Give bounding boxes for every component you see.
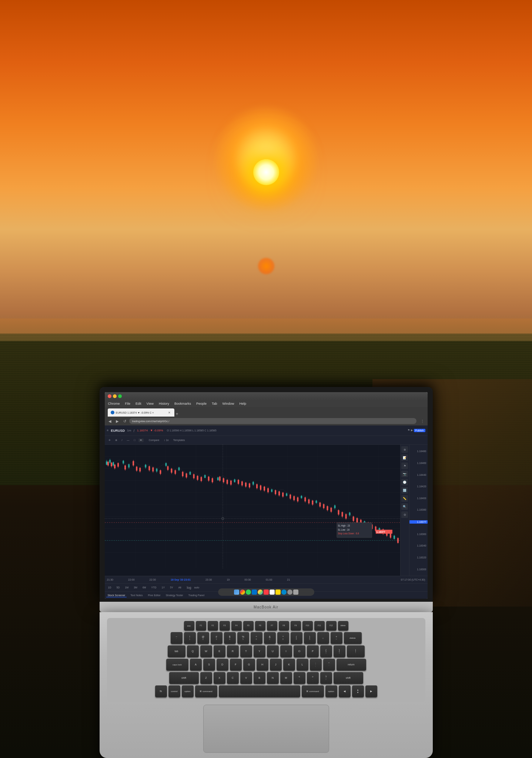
trackpad[interactable] <box>203 705 329 753</box>
tv-alert-icon[interactable]: ⚑ <box>408 429 410 432</box>
key-e[interactable]: E <box>214 645 225 657</box>
menu-item-file[interactable]: File <box>124 401 132 406</box>
key-comma[interactable]: <, <box>294 672 305 684</box>
key-9[interactable]: (9 <box>291 632 302 644</box>
dock-icon-messages[interactable] <box>246 590 251 595</box>
key-period[interactable]: >. <box>307 672 319 684</box>
dock-icon-telegram[interactable] <box>281 590 287 595</box>
key-lbracket[interactable]: {[ <box>320 645 332 657</box>
key-y[interactable]: Y <box>254 645 265 657</box>
key-o[interactable]: O <box>294 645 305 657</box>
tab-close-button[interactable]: ✕ <box>168 411 171 414</box>
key-arrow-up[interactable]: ▲▼ <box>352 685 364 697</box>
key-w[interactable]: W <box>200 645 212 657</box>
key-s[interactable]: S <box>203 659 215 671</box>
menu-item-history[interactable]: History <box>158 401 170 406</box>
key-x[interactable]: X <box>214 672 225 684</box>
tv-alert-side-icon[interactable]: ⚑ <box>401 463 408 469</box>
period-1m[interactable]: 1M <box>124 586 130 589</box>
key-capslock[interactable]: caps lock <box>166 659 188 671</box>
key-f12[interactable]: F12 <box>326 621 337 631</box>
key-f1[interactable]: F1 <box>196 621 206 631</box>
traffic-light-maximize[interactable] <box>118 394 122 398</box>
key-4[interactable]: $4 <box>224 632 236 644</box>
key-l[interactable]: L <box>297 659 308 671</box>
key-tab[interactable]: tab <box>168 645 185 657</box>
tv-settings-icon[interactable]: ⚙ <box>401 511 408 518</box>
period-all[interactable]: All <box>177 586 183 589</box>
tv-ruler-icon[interactable]: 📏 <box>401 495 408 502</box>
key-esc[interactable]: esc <box>184 621 194 631</box>
key-7[interactable]: &7 <box>264 632 276 644</box>
tv-crosshair-icon[interactable]: ⊕ <box>401 446 408 453</box>
period-3m[interactable]: 3M <box>133 586 138 589</box>
key-backspace[interactable]: delete <box>344 632 362 644</box>
footer-tab-notes[interactable]: Text Notes <box>129 594 144 597</box>
log-toggle[interactable]: log <box>187 586 191 590</box>
period-1d[interactable]: 1D <box>107 586 113 589</box>
menu-item-people[interactable]: People <box>195 401 208 406</box>
key-f4[interactable]: F4 <box>231 621 242 631</box>
key-shift-left[interactable]: shift <box>169 672 199 684</box>
key-5[interactable]: %5 <box>237 632 249 644</box>
tv-note-icon[interactable]: 📝 <box>401 454 408 461</box>
key-f5[interactable]: F5 <box>243 621 254 631</box>
key-arrow-right[interactable]: ▶ <box>365 685 377 697</box>
forward-button[interactable]: ▶ <box>114 418 120 424</box>
dock-icon-notes[interactable] <box>275 590 281 595</box>
tv-horizontal-tool[interactable]: — <box>125 438 131 442</box>
key-h[interactable]: H <box>257 659 268 671</box>
key-n[interactable]: N <box>267 672 279 684</box>
period-6m[interactable]: 6M <box>141 586 147 589</box>
key-f3[interactable]: F3 <box>220 621 230 631</box>
period-5y[interactable]: 5Y <box>169 586 174 589</box>
key-minus[interactable]: _- <box>317 632 329 644</box>
key-u[interactable]: U <box>267 645 279 657</box>
period-ytd[interactable]: YTD <box>150 586 158 589</box>
extensions-button[interactable]: ⋮ <box>419 418 425 424</box>
key-quote[interactable]: "' <box>323 659 335 671</box>
traffic-light-close[interactable] <box>108 394 111 398</box>
key-slash[interactable]: ?/ <box>320 672 332 684</box>
menu-item-bookmarks[interactable]: Bookmarks <box>173 401 192 406</box>
key-1[interactable]: !1 <box>184 632 196 644</box>
footer-tab-screener[interactable]: Stock Screener <box>106 594 127 597</box>
key-g[interactable]: G <box>243 659 255 671</box>
key-equals[interactable]: += <box>331 632 342 644</box>
tv-menu-icon[interactable]: ≡ <box>107 429 109 432</box>
key-f2[interactable]: F2 <box>208 621 218 631</box>
dock-icon-mail[interactable] <box>252 590 257 595</box>
key-i[interactable]: I <box>280 645 292 657</box>
tv-rect-tool[interactable]: □ <box>132 438 137 442</box>
key-a[interactable]: A <box>190 659 202 671</box>
key-r[interactable]: R <box>227 645 239 657</box>
key-v[interactable]: V <box>240 672 252 684</box>
tv-indicator-icon[interactable]: ƒ <box>133 429 135 432</box>
menu-item-chrome[interactable]: Chrome <box>107 401 121 406</box>
tv-pencil-tool[interactable]: ✏ <box>138 438 144 442</box>
key-f[interactable]: F <box>230 659 242 671</box>
key-d[interactable]: D <box>217 659 228 671</box>
tv-templates-btn[interactable]: Compare <box>147 438 161 442</box>
key-f10[interactable]: F10 <box>302 621 313 631</box>
key-0[interactable]: )0 <box>304 632 316 644</box>
key-option-right[interactable]: option <box>325 685 337 697</box>
key-3[interactable]: #3 <box>211 632 222 644</box>
key-return[interactable]: return <box>337 659 366 671</box>
key-f9[interactable]: F9 <box>291 621 301 631</box>
key-f11[interactable]: F11 <box>314 621 325 631</box>
key-m[interactable]: M <box>280 672 292 684</box>
dock-icon-trash[interactable] <box>293 590 298 595</box>
key-z[interactable]: Z <box>200 672 212 684</box>
key-t[interactable]: T <box>240 645 252 657</box>
tv-publish-button[interactable]: Publish <box>414 429 425 432</box>
tv-cursor-tool[interactable]: ✛ <box>107 438 112 442</box>
tv-camera-icon[interactable]: 📷 <box>401 471 408 477</box>
dock-icon-calendar[interactable] <box>270 590 275 595</box>
menu-item-tab[interactable]: Tab <box>211 401 218 406</box>
footer-tab-pine[interactable]: Pine Editor <box>146 594 162 597</box>
key-control[interactable]: control <box>168 685 180 697</box>
tv-clock-icon[interactable]: 🕐 <box>401 479 408 485</box>
menu-item-help[interactable]: Help <box>238 401 248 406</box>
tv-crosshair-tool[interactable]: ⊕ <box>114 438 119 442</box>
